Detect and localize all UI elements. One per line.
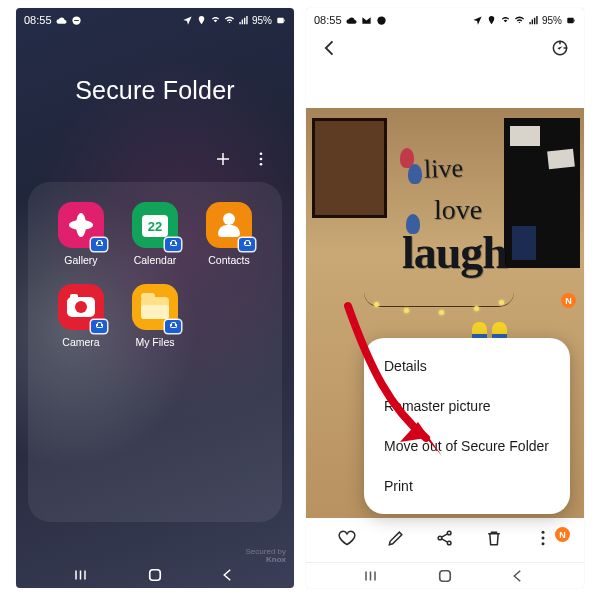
battery-text: 95% bbox=[542, 15, 562, 26]
share-button[interactable] bbox=[435, 528, 455, 552]
battery-text: 95% bbox=[252, 15, 272, 26]
svg-point-4 bbox=[260, 152, 263, 155]
status-bar: 08:55 95% bbox=[16, 8, 294, 30]
secure-folder-header: Secure Folder bbox=[16, 30, 294, 150]
wifi-icon bbox=[514, 15, 525, 26]
system-nav bbox=[306, 562, 584, 588]
app-files[interactable]: My Files bbox=[123, 284, 188, 348]
app-label: Calendar bbox=[134, 254, 177, 266]
svg-point-8 bbox=[377, 16, 385, 24]
cloud-icon bbox=[56, 15, 67, 26]
menu-remaster-picture[interactable]: Remaster picture bbox=[364, 386, 570, 426]
recent-button[interactable] bbox=[363, 567, 381, 585]
pin-icon bbox=[486, 15, 497, 26]
photo-decor-lights bbox=[364, 292, 514, 320]
photo-decor-doll bbox=[406, 214, 420, 234]
svg-point-14 bbox=[447, 541, 451, 545]
dnd-icon bbox=[71, 15, 82, 26]
photo-decor-board bbox=[504, 118, 580, 268]
wifi-icon bbox=[224, 15, 235, 26]
gallery-topbar bbox=[306, 30, 584, 70]
files-icon bbox=[132, 284, 178, 330]
app-calendar[interactable]: 22 Calendar bbox=[123, 202, 188, 266]
gallery-icon bbox=[58, 202, 104, 248]
gallery-actionbar bbox=[306, 518, 584, 562]
app-label: Contacts bbox=[208, 254, 249, 266]
screenshot-gallery-viewer: 08:55 95% bbox=[306, 8, 584, 588]
svg-rect-7 bbox=[150, 570, 161, 581]
cloud-icon bbox=[346, 15, 357, 26]
contacts-icon bbox=[206, 202, 252, 248]
add-button[interactable] bbox=[214, 150, 232, 172]
app-camera[interactable]: Camera bbox=[49, 284, 114, 348]
more-button[interactable] bbox=[252, 150, 270, 172]
svg-rect-9 bbox=[567, 17, 573, 23]
svg-point-13 bbox=[447, 531, 451, 535]
home-button[interactable] bbox=[146, 566, 164, 584]
camera-icon bbox=[58, 284, 104, 330]
back-button[interactable] bbox=[320, 38, 340, 62]
home-button[interactable] bbox=[436, 567, 454, 585]
system-nav bbox=[16, 562, 294, 588]
svg-rect-3 bbox=[284, 19, 285, 21]
svg-point-12 bbox=[438, 536, 442, 540]
edit-button[interactable] bbox=[386, 528, 406, 552]
screenshot-secure-folder: 08:55 95% Secure Folder bbox=[16, 8, 294, 588]
delete-button[interactable] bbox=[484, 528, 504, 552]
calendar-icon: 22 bbox=[132, 202, 178, 248]
app-gallery[interactable]: Gallery bbox=[49, 202, 114, 266]
svg-rect-18 bbox=[440, 570, 451, 581]
back-button[interactable] bbox=[509, 567, 527, 585]
favorite-button[interactable] bbox=[337, 528, 357, 552]
menu-details[interactable]: Details bbox=[364, 346, 570, 386]
dnd-icon bbox=[376, 15, 387, 26]
app-label: My Files bbox=[135, 336, 174, 348]
signal-icon bbox=[528, 15, 539, 26]
app-grid: Gallery 22 Calendar Contacts Camera bbox=[28, 182, 282, 522]
nav-arrow-icon bbox=[472, 15, 483, 26]
nav-arrow-icon bbox=[182, 15, 193, 26]
back-button[interactable] bbox=[219, 566, 237, 584]
svg-rect-10 bbox=[574, 19, 575, 21]
wall-text: laugh bbox=[402, 226, 507, 279]
remaster-quick-icon[interactable] bbox=[550, 38, 570, 62]
menu-move-out[interactable]: Move out of Secure Folder bbox=[364, 426, 570, 466]
svg-rect-2 bbox=[277, 17, 283, 23]
pin-icon bbox=[196, 15, 207, 26]
new-badge: N bbox=[561, 293, 576, 308]
signal-icon bbox=[238, 15, 249, 26]
app-label: Camera bbox=[62, 336, 99, 348]
menu-print[interactable]: Print bbox=[364, 466, 570, 506]
svg-point-5 bbox=[260, 158, 263, 161]
new-badge: N bbox=[555, 527, 570, 542]
status-bar: 08:55 95% bbox=[306, 8, 584, 30]
vowifi-icon bbox=[210, 15, 221, 26]
clock: 08:55 bbox=[314, 14, 342, 26]
overflow-menu: Details Remaster picture Move out of Sec… bbox=[364, 338, 570, 514]
battery-icon bbox=[565, 15, 576, 26]
vowifi-icon bbox=[500, 15, 511, 26]
photo-decor-doll bbox=[408, 164, 422, 184]
mail-icon bbox=[361, 15, 372, 26]
svg-point-16 bbox=[542, 537, 545, 540]
recent-button[interactable] bbox=[73, 566, 91, 584]
svg-rect-1 bbox=[74, 20, 79, 21]
app-contacts[interactable]: Contacts bbox=[197, 202, 262, 266]
more-button[interactable] bbox=[533, 528, 553, 552]
page-title: Secure Folder bbox=[75, 76, 235, 105]
clock: 08:55 bbox=[24, 14, 52, 26]
wall-text: live bbox=[423, 153, 463, 184]
svg-point-17 bbox=[542, 542, 545, 545]
photo-decor-frame bbox=[312, 118, 387, 218]
app-label: Gallery bbox=[64, 254, 97, 266]
battery-icon bbox=[275, 15, 286, 26]
svg-point-15 bbox=[542, 531, 545, 534]
wall-text: love bbox=[434, 194, 482, 226]
svg-point-6 bbox=[260, 163, 263, 166]
